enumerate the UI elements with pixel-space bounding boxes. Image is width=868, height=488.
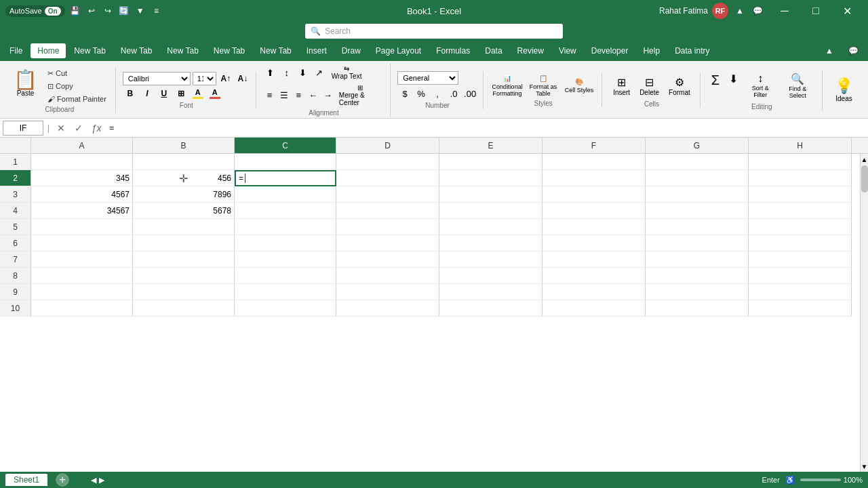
insert-function-button[interactable]: ƒx — [89, 121, 104, 136]
cancel-formula-button[interactable]: ✕ — [54, 121, 68, 136]
cell-e1[interactable] — [439, 154, 542, 170]
center-align-button[interactable]: ☰ — [277, 89, 290, 102]
cell-c10[interactable] — [235, 300, 336, 317]
cell-c9[interactable] — [235, 284, 336, 300]
bottom-align-button[interactable]: ⬇ — [296, 66, 311, 79]
col-header-h[interactable]: H — [749, 138, 852, 153]
left-align-button[interactable]: ≡ — [263, 89, 276, 102]
row-num-2[interactable]: 2 — [0, 170, 31, 186]
font-color-button[interactable]: A — [208, 87, 222, 100]
row-num-5[interactable]: 5 — [0, 219, 31, 235]
cell-e10[interactable] — [439, 300, 542, 317]
cell-a5[interactable] — [31, 219, 133, 235]
accessibility-icon[interactable]: ♿ — [785, 476, 795, 485]
cell-c2[interactable]: = — [235, 170, 336, 186]
cell-b8[interactable] — [133, 268, 235, 284]
cell-h5[interactable] — [749, 219, 852, 235]
cell-e3[interactable] — [439, 186, 542, 203]
cell-h9[interactable] — [749, 284, 852, 300]
menu-help[interactable]: Help — [636, 43, 667, 58]
cell-f4[interactable] — [542, 203, 646, 219]
autosave-state[interactable]: On — [45, 7, 61, 16]
menu-newtab-1[interactable]: New Tab — [67, 43, 112, 58]
confirm-formula-button[interactable]: ✓ — [71, 121, 86, 136]
paste-button[interactable]: 📋 Paste — [9, 68, 41, 100]
col-header-f[interactable]: F — [542, 138, 646, 153]
row-num-8[interactable]: 8 — [0, 268, 31, 284]
repeat-icon[interactable]: 🔄 — [118, 5, 130, 17]
cell-b5[interactable] — [133, 219, 235, 235]
sort-filter-button[interactable]: ↕ Sort & Filter — [743, 70, 778, 102]
menu-insert[interactable]: Insert — [300, 43, 334, 58]
add-sheet-button[interactable]: + — [56, 473, 69, 487]
ideas-button[interactable]: 💡 Ideas — [829, 75, 859, 105]
customize-icon[interactable]: ≡ — [151, 5, 163, 17]
zoom-slider[interactable] — [800, 479, 841, 481]
cell-d10[interactable] — [336, 300, 439, 317]
bold-button[interactable]: B — [123, 87, 138, 100]
row-num-7[interactable]: 7 — [0, 251, 31, 268]
col-header-d[interactable]: D — [336, 138, 439, 153]
cell-f2[interactable] — [542, 170, 646, 186]
font-size-select[interactable]: 11 — [193, 72, 216, 85]
top-align-button[interactable]: ⬆ — [263, 66, 278, 79]
user-avatar[interactable]: RF — [712, 3, 728, 19]
cell-b3[interactable]: 7896 — [133, 186, 235, 203]
cell-e4[interactable] — [439, 203, 542, 219]
cell-h6[interactable] — [749, 235, 852, 251]
cell-a7[interactable] — [31, 251, 133, 268]
maximize-button[interactable]: □ — [800, 0, 831, 22]
cell-d5[interactable] — [336, 219, 439, 235]
cell-h7[interactable] — [749, 251, 852, 268]
menu-formulas[interactable]: Formulas — [429, 43, 477, 58]
menu-page-layout[interactable]: Page Layout — [369, 43, 428, 58]
row-num-9[interactable]: 9 — [0, 284, 31, 300]
cell-c4[interactable] — [235, 203, 336, 219]
cell-d2[interactable] — [336, 170, 439, 186]
decrease-decimal-button[interactable]: .0 — [446, 87, 461, 100]
delete-cells-button[interactable]: ⊟ Delete — [635, 73, 663, 99]
row-num-4[interactable]: 4 — [0, 203, 31, 219]
cell-b2[interactable]: 456 ✛ — [133, 170, 235, 186]
fill-color-button[interactable]: A — [191, 87, 205, 100]
menu-developer[interactable]: Developer — [585, 43, 635, 58]
currency-button[interactable]: $ — [397, 87, 412, 100]
scroll-down-button[interactable]: ▼ — [861, 461, 868, 472]
menu-newtab-4[interactable]: New Tab — [207, 43, 252, 58]
next-sheet-button[interactable]: ▶ — [99, 476, 104, 485]
row-num-3[interactable]: 3 — [0, 186, 31, 203]
insert-cells-button[interactable]: ⊞ Insert — [609, 73, 634, 99]
indent-decrease-button[interactable]: ← — [307, 89, 319, 102]
menu-draw[interactable]: Draw — [335, 43, 368, 58]
right-align-button[interactable]: ≡ — [292, 89, 305, 102]
cell-d4[interactable] — [336, 203, 439, 219]
cell-c3[interactable] — [235, 186, 336, 203]
cell-b6[interactable] — [133, 235, 235, 251]
merge-center-button[interactable]: ⊞ Merge & Center — [336, 83, 384, 108]
increase-decimal-button[interactable]: .00 — [462, 87, 477, 100]
format-cells-button[interactable]: ⚙ Format — [665, 73, 694, 99]
autosum-button[interactable]: Σ — [707, 70, 724, 102]
col-header-b[interactable]: B — [133, 138, 235, 153]
cell-d9[interactable] — [336, 284, 439, 300]
scroll-up-button[interactable]: ▲ — [861, 154, 868, 165]
save-icon[interactable]: 💾 — [69, 5, 81, 17]
menu-data[interactable]: Data — [478, 43, 509, 58]
cell-g9[interactable] — [646, 284, 749, 300]
cell-a1[interactable] — [31, 154, 133, 170]
cell-a4[interactable]: 34567 — [31, 203, 133, 219]
right-scrollbar[interactable]: ▲ ▼ — [860, 154, 868, 472]
cell-c8[interactable] — [235, 268, 336, 284]
cell-a6[interactable] — [31, 235, 133, 251]
comment-icon[interactable]: 💬 — [751, 5, 764, 17]
cell-f8[interactable] — [542, 268, 646, 284]
menu-newtab-3[interactable]: New Tab — [160, 43, 205, 58]
cell-d6[interactable] — [336, 235, 439, 251]
cell-e7[interactable] — [439, 251, 542, 268]
prev-sheet-button[interactable]: ◀ — [91, 476, 96, 485]
cell-b7[interactable] — [133, 251, 235, 268]
cell-g2[interactable] — [646, 170, 749, 186]
cut-button[interactable]: ✂ Cut — [44, 68, 110, 79]
cell-styles-button[interactable]: 🎨 Cell Styles — [562, 74, 596, 98]
autosave-toggle[interactable]: AutoSave On — [5, 5, 65, 17]
